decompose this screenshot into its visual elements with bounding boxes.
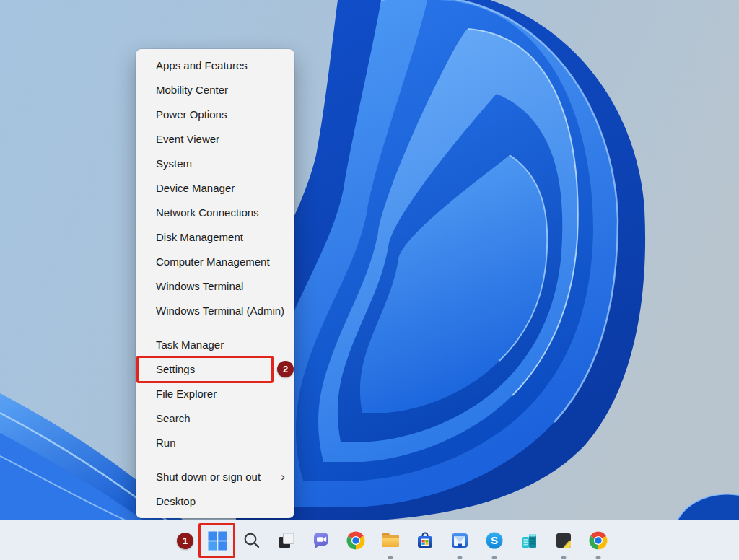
menu-item-system[interactable]: System [136, 152, 294, 176]
buildings-app-button[interactable] [512, 520, 546, 560]
taskbar-icons: S [200, 520, 616, 560]
running-indicator [492, 556, 497, 559]
svg-text:S: S [491, 534, 498, 546]
menu-item-label: Mobility Center [156, 84, 228, 96]
menu-item-windows-terminal-admin[interactable]: Windows Terminal (Admin) [136, 299, 294, 323]
running-indicator [596, 556, 601, 559]
menu-item-label: Desktop [156, 495, 196, 507]
task-view-icon [277, 531, 296, 550]
search-icon [242, 531, 261, 550]
menu-item-label: Windows Terminal [156, 280, 243, 292]
menu-separator [136, 328, 294, 328]
menu-item-label: Search [156, 412, 191, 424]
mail-button[interactable] [442, 520, 477, 560]
menu-item-label: Power Options [156, 108, 227, 121]
menu-item-shut-down-or-sign-out[interactable]: Shut down or sign out› [136, 465, 294, 489]
menu-item-file-explorer[interactable]: File Explorer [136, 382, 294, 406]
chat-button[interactable] [304, 520, 338, 560]
menu-item-computer-management[interactable]: Computer Management [136, 250, 294, 274]
buildings-app-icon [520, 531, 538, 550]
menu-item-label: Shut down or sign out [156, 471, 261, 483]
menu-item-desktop[interactable]: Desktop [136, 489, 294, 514]
taskbar: 1 [0, 520, 739, 560]
menu-item-search[interactable]: Search [136, 406, 294, 431]
running-indicator [388, 556, 393, 559]
skype-button[interactable]: S [477, 520, 512, 560]
sticky-notes-button[interactable] [546, 520, 581, 560]
menu-item-label: Windows Terminal (Admin) [156, 305, 284, 317]
menu-item-label: Apps and Features [156, 59, 248, 71]
menu-separator [136, 460, 294, 460]
microsoft-store-button[interactable] [408, 520, 442, 560]
menu-item-settings[interactable]: Settings2 [136, 357, 294, 382]
menu-item-windows-terminal[interactable]: Windows Terminal [136, 274, 294, 299]
menu-item-label: System [156, 157, 192, 170]
skype-icon: S [485, 531, 504, 550]
menu-item-power-options[interactable]: Power Options [136, 102, 294, 127]
chrome-icon [346, 531, 365, 550]
menu-item-label: Event Viewer [156, 133, 219, 145]
chrome-button-2[interactable] [581, 520, 616, 560]
menu-item-label: Settings [156, 363, 195, 375]
context-menu: Apps and FeaturesMobility CenterPower Op… [136, 49, 294, 518]
menu-item-label: Disk Management [156, 231, 243, 243]
menu-item-label: Run [156, 437, 176, 449]
menu-item-disk-management[interactable]: Disk Management [136, 225, 294, 250]
taskbar-search-button[interactable] [235, 520, 269, 560]
menu-item-task-manager[interactable]: Task Manager [136, 333, 294, 357]
menu-item-run[interactable]: Run [136, 431, 294, 455]
menu-item-network-connections[interactable]: Network Connections [136, 201, 294, 225]
menu-item-label: File Explorer [156, 388, 217, 400]
teams-chat-icon [311, 530, 331, 551]
menu-item-event-viewer[interactable]: Event Viewer [136, 127, 294, 152]
submenu-chevron-icon: › [281, 465, 285, 489]
folder-icon [380, 531, 401, 550]
annotation-step-1-badge: 1 [177, 533, 193, 549]
wallpaper-bloom [0, 0, 739, 560]
file-explorer-button[interactable] [373, 520, 408, 560]
task-view-button[interactable] [269, 520, 304, 560]
mail-icon [450, 531, 469, 550]
start-button[interactable] [200, 520, 235, 560]
windows-logo-icon [208, 531, 227, 551]
annotation-step-2-badge: 2 [277, 361, 294, 377]
menu-item-label: Network Connections [156, 206, 259, 219]
menu-item-label: Computer Management [156, 255, 270, 268]
chrome-icon [589, 531, 608, 550]
sticky-notes-icon [554, 531, 573, 550]
desktop: Apps and FeaturesMobility CenterPower Op… [0, 0, 739, 560]
chrome-button[interactable] [338, 520, 373, 560]
menu-item-label: Device Manager [156, 182, 235, 194]
menu-item-label: Task Manager [156, 338, 224, 351]
running-indicator [561, 556, 567, 559]
menu-item-mobility-center[interactable]: Mobility Center [136, 78, 294, 102]
microsoft-store-icon [416, 531, 434, 550]
menu-item-apps-and-features[interactable]: Apps and Features [136, 53, 294, 78]
running-indicator [458, 556, 463, 559]
menu-item-device-manager[interactable]: Device Manager [136, 176, 294, 201]
